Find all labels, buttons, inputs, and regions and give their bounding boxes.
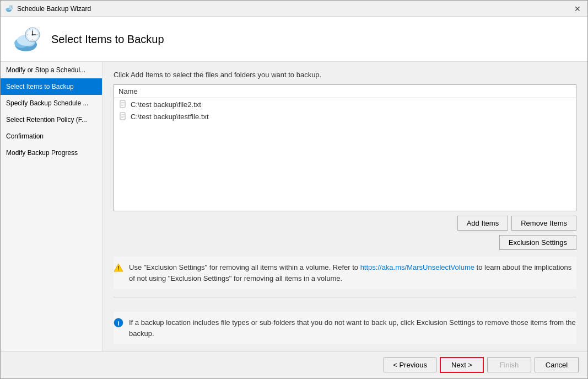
svg-text:i: i — [117, 320, 119, 327]
header-icon — [12, 24, 42, 55]
exclusion-button-row: Exclusion Settings — [114, 235, 576, 250]
content-panel: Click Add Items to select the files and … — [103, 62, 587, 351]
add-remove-buttons-row: Add Items Remove Items — [114, 216, 576, 231]
file-icon — [118, 112, 127, 121]
sidebar-item-modify-stop[interactable]: Modify or Stop a Schedul... — [1, 62, 102, 78]
sidebar-item-select-items[interactable]: Select Items to Backup — [1, 78, 102, 95]
info-icon: i — [114, 318, 123, 328]
main-area: Modify or Stop a Schedul... Select Items… — [1, 62, 587, 351]
warning-link[interactable]: https://aka.ms/MarsUnselectVolume — [360, 263, 474, 271]
svg-point-14 — [32, 34, 34, 36]
warning-text-before: Use "Exclusion Settings" for removing al… — [129, 263, 360, 271]
svg-text:!: ! — [117, 265, 119, 271]
sidebar-item-modify-progress[interactable]: Modify Backup Progress — [1, 145, 102, 161]
file-list-header: Name — [114, 85, 576, 98]
file-path-2: C:\test backup\testfile.txt — [131, 113, 209, 121]
list-item[interactable]: C:\test backup\file2.txt — [114, 98, 576, 110]
title-bar-icon — [5, 4, 14, 13]
sidebar-item-select-retention[interactable]: Select Retention Policy (F... — [1, 111, 102, 128]
file-icon — [118, 100, 127, 109]
header-section: Select Items to Backup — [1, 17, 587, 62]
cancel-button[interactable]: Cancel — [535, 357, 579, 372]
sidebar: Modify or Stop a Schedul... Select Items… — [1, 62, 103, 351]
exclusion-settings-button[interactable]: Exclusion Settings — [499, 235, 576, 250]
sidebar-item-specify-schedule[interactable]: Specify Backup Schedule ... — [1, 95, 102, 111]
instruction-text: Click Add Items to select the files and … — [114, 71, 576, 79]
remove-items-button[interactable]: Remove Items — [511, 216, 576, 231]
file-path-1: C:\test backup\file2.txt — [131, 100, 201, 109]
previous-button[interactable]: < Previous — [384, 357, 436, 372]
close-button[interactable]: ✕ — [572, 3, 583, 14]
finish-button[interactable]: Finish — [487, 357, 531, 372]
info-box: i If a backup location includes file typ… — [114, 312, 576, 344]
page-title: Select Items to Backup — [51, 33, 164, 46]
separator — [114, 297, 576, 297]
file-list-container: Name C:\test backup\file2.txt — [114, 84, 576, 211]
warning-text: Use "Exclusion Settings" for removing al… — [129, 262, 576, 284]
title-bar: Schedule Backup Wizard ✕ — [1, 1, 587, 17]
window-title: Schedule Backup Wizard — [17, 5, 572, 13]
info-text: If a backup location includes file types… — [129, 317, 576, 339]
sidebar-item-confirmation[interactable]: Confirmation — [1, 128, 102, 145]
warning-icon: ! — [114, 263, 123, 273]
next-button[interactable]: Next > — [440, 357, 484, 373]
warning-box: ! Use "Exclusion Settings" for removing … — [114, 257, 576, 289]
window-controls: ✕ — [572, 3, 583, 14]
list-item[interactable]: C:\test backup\testfile.txt — [114, 110, 576, 122]
wizard-window: Schedule Backup Wizard ✕ — [0, 0, 588, 379]
add-items-button[interactable]: Add Items — [457, 216, 509, 231]
footer: < Previous Next > Finish Cancel — [1, 351, 587, 378]
